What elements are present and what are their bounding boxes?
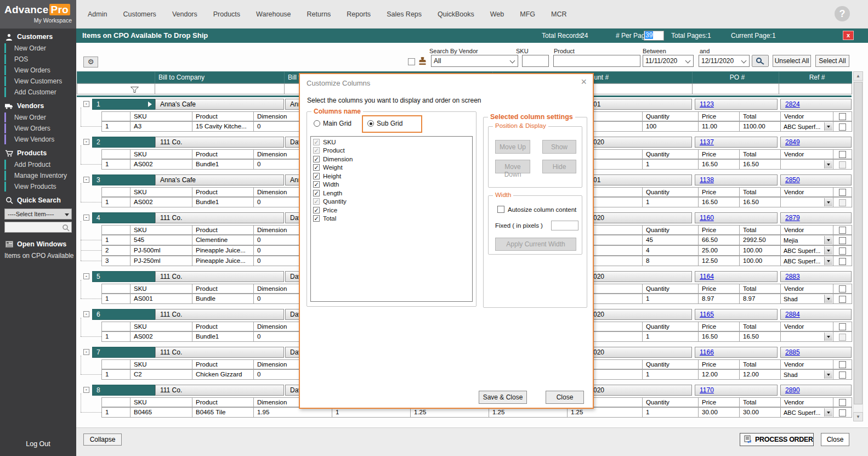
group-row-number[interactable]: 8 [92,385,155,396]
ref-link[interactable]: 2885 [785,348,800,356]
search-magnifier-button[interactable] [752,55,769,67]
grid-bill-to-company-header[interactable]: Bill to Company [155,71,285,83]
autosize-checkbox[interactable]: Autosize column content [497,206,576,213]
po-link[interactable]: 1138 [700,176,714,184]
ref-link[interactable]: 2884 [785,311,800,318]
sidebar-item-view-vendors[interactable]: View Vendors [0,134,76,145]
sidebar-item-view-products[interactable]: View Products [0,181,76,192]
quick-search-select[interactable]: ----Select Item---- [4,209,72,219]
collapse-icon[interactable]: - [83,311,89,317]
item-vendor-select[interactable]: Mejia [780,235,833,245]
group-row-number[interactable]: 5 [92,271,155,282]
select-all-button[interactable]: Select All [815,55,849,67]
sidebar-item-pos[interactable]: POS [0,54,76,65]
collapse-icon[interactable]: - [83,215,89,221]
nav-item-reports[interactable]: Reports [347,10,371,18]
per-page-input[interactable]: 39 [644,31,664,41]
nav-item-mfg[interactable]: MFG [520,10,535,18]
item-checkbox[interactable] [839,237,846,244]
collapse-icon[interactable]: - [83,387,89,393]
group-bill-to-company[interactable]: 111 Co. [155,347,284,358]
group-select-all-checkbox[interactable] [839,227,846,234]
column-option-product[interactable]: ✓Product [311,147,472,155]
close-window-button[interactable]: x [843,31,854,40]
group-row-number[interactable]: 6 [92,309,155,320]
item-checkbox[interactable] [839,371,846,379]
help-icon[interactable]: ? [835,6,850,21]
nav-item-customers[interactable]: Customers [123,10,156,18]
group-row-number[interactable]: 2 [92,137,155,148]
sidebar-item-view-orders[interactable]: View Orders [0,123,76,134]
item-checkbox[interactable] [839,123,846,131]
grid-po-header[interactable]: PO # [692,71,779,83]
group-select-all-checkbox[interactable] [839,323,846,330]
group-select-all-checkbox[interactable] [839,113,846,120]
columns-listbox[interactable]: ✓SKU✓Product✓Dimension✓Weight✓Height✓Wid… [310,136,473,302]
item-vendor-select[interactable]: ABC Superf... [780,256,833,266]
gear-icon[interactable]: ⚙ [83,57,98,67]
collapse-icon[interactable]: - [83,273,89,279]
ref-link[interactable]: 2879 [785,214,800,222]
po-link[interactable]: 1165 [700,311,714,318]
nav-item-sales-reps[interactable]: Sales Reps [387,10,422,18]
item-checkbox[interactable] [839,409,846,416]
sidebar-item-manage-inventory[interactable]: Manage Inventory [0,170,76,181]
item-checkbox[interactable] [839,258,846,265]
ref-link[interactable]: 2824 [785,100,800,108]
filter-cell-po-header[interactable] [692,83,779,94]
sub-grid-radio[interactable]: Sub Grid [367,120,402,127]
nav-item-warehouse[interactable]: Warehouse [256,10,291,18]
column-option-sku[interactable]: ✓SKU [311,138,472,147]
item-vendor-select[interactable] [780,331,833,342]
item-checkbox[interactable] [839,247,846,255]
group-select-all-checkbox[interactable] [839,151,846,158]
sidebar-item-add-product[interactable]: Add Product [0,159,76,170]
show-button[interactable]: Show [542,140,576,154]
group-select-all-checkbox[interactable] [839,361,846,368]
scroll-up-button[interactable]: ▲ [853,71,863,81]
nav-item-returns[interactable]: Returns [307,10,331,18]
ref-link[interactable]: 2850 [785,176,800,184]
close-icon[interactable]: × [581,76,587,88]
group-bill-to-company[interactable]: 111 Co. [155,137,284,148]
process-order-button[interactable]: PROCESS ORDER [740,433,814,446]
group-row-number[interactable]: 3 [92,174,155,185]
hide-button[interactable]: Hide [542,160,576,173]
nav-item-quickbooks[interactable]: QuickBooks [438,10,474,18]
move-down-button[interactable]: Move Down [495,160,530,173]
item-vendor-select[interactable]: ABC Superf... [780,245,833,256]
ref-link[interactable]: 2890 [785,386,800,394]
apply-current-width-button[interactable]: Apply Current Width [495,238,576,251]
group-bill-to-company[interactable]: Anna's Cafe [155,99,284,110]
group-bill-to-company[interactable]: Anna's Cafe [155,174,284,185]
item-vendor-select[interactable]: ABC Superf... [780,407,833,418]
item-vendor-select[interactable]: Shad [780,369,833,380]
column-option-width[interactable]: ✓Width [311,181,472,189]
date-from-select[interactable]: 11/11/2020 [643,55,694,67]
nav-item-admin[interactable]: Admin [88,10,107,18]
collapse-icon[interactable]: - [83,349,89,355]
collapse-icon[interactable]: - [83,177,89,183]
column-option-weight[interactable]: ✓Weight [311,164,472,172]
item-vendor-select[interactable] [780,159,833,170]
scroll-down-button[interactable]: ▼ [853,412,863,421]
ref-link[interactable]: 2883 [785,273,800,280]
grid-row-header[interactable] [77,71,155,83]
group-row-number[interactable]: 7 [92,347,155,358]
group-bill-to-company[interactable]: 111 Co. [155,212,284,223]
vendor-select[interactable]: All [431,55,518,67]
logout-button[interactable]: Log Out [0,440,76,448]
group-row-number[interactable]: 4 [92,212,155,223]
filter-cell-bill-to-company-header[interactable] [155,83,285,94]
collapse-icon[interactable]: - [83,139,89,145]
filter-cell-row-header[interactable] [77,83,155,94]
column-option-quantity[interactable]: ✓Quantity [311,198,472,206]
sidebar-item-new-order[interactable]: New Order [0,43,76,54]
unselect-all-button[interactable]: Unselect All [773,55,811,67]
column-option-price[interactable]: ✓Price [311,206,472,215]
column-option-height[interactable]: ✓Height [311,172,472,181]
po-link[interactable]: 1170 [700,386,714,394]
group-select-all-checkbox[interactable] [839,285,846,292]
column-option-length[interactable]: ✓Length [311,189,472,198]
ref-link[interactable]: 2849 [785,138,800,146]
